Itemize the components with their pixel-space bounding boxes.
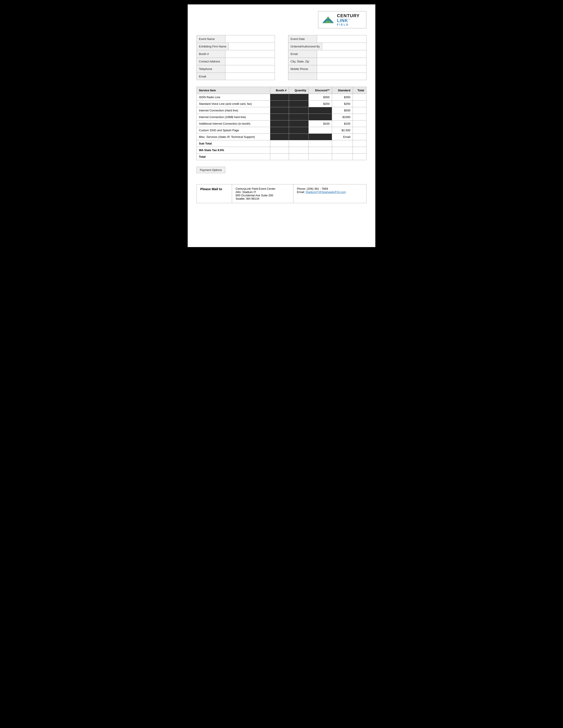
value-authorized-by[interactable] — [322, 43, 366, 50]
label-empty — [289, 73, 317, 80]
mail-email-link[interactable]: StadiumIT@SeahawksFGI.com — [306, 190, 346, 194]
logo-text: CENTURY LINK™ FIELD — [337, 13, 360, 26]
value-contact-address[interactable] — [225, 58, 274, 65]
form-row-city-state-zip: City, State, Zip — [288, 58, 367, 65]
cell-discount — [309, 134, 332, 140]
cell-qty[interactable] — [289, 101, 309, 107]
cell-item: Internet Connection (Hard line) — [197, 107, 270, 114]
cell-booth[interactable] — [270, 107, 289, 114]
mail-table: Please Mail to CenturyLink Field Event C… — [196, 184, 367, 203]
value-booth[interactable] — [225, 50, 274, 58]
label-event-name: Event Name — [197, 35, 225, 43]
cell-qty[interactable] — [289, 120, 309, 127]
cell-standard: $2,500 — [332, 127, 353, 134]
cell-total[interactable] — [353, 134, 366, 140]
cell-item: Additional Internet Connection (in booth… — [197, 120, 270, 127]
payment-options-label: Payment Options — [196, 167, 225, 173]
cell-booth[interactable] — [270, 134, 289, 140]
value-email-left[interactable] — [225, 73, 274, 80]
cell-total-qty[interactable] — [289, 154, 309, 160]
cell-qty[interactable] — [289, 114, 309, 120]
cell-tax-booth[interactable] — [270, 147, 289, 154]
cell-tax-standard — [332, 147, 353, 154]
cell-total-total[interactable] — [353, 154, 366, 160]
mail-address-line4: Seattle, WA 98134 — [235, 197, 290, 200]
value-mobile-phone[interactable] — [317, 65, 366, 73]
value-event-date[interactable] — [317, 35, 366, 43]
value-firm-name[interactable] — [229, 43, 274, 50]
form-row-event-date: Event Date — [288, 35, 367, 43]
cell-subtotal-total[interactable] — [353, 140, 366, 147]
label-booth: Booth # — [197, 50, 225, 58]
cell-total[interactable] — [353, 101, 366, 107]
label-authorized-by: Ordered/Authorized By — [289, 43, 322, 50]
mail-address-line3: 800 Occidental Ave Suite 200 — [235, 194, 290, 197]
form-row-email-left: Email — [196, 73, 275, 80]
cell-tax-qty[interactable] — [289, 147, 309, 154]
cell-total[interactable] — [353, 107, 366, 114]
cell-tax-total[interactable] — [353, 147, 366, 154]
form-left-col: Event Name Exhibiting Firm Name Booth # … — [196, 35, 275, 80]
cell-subtotal-discount — [309, 140, 332, 147]
form-row-booth: Booth # — [196, 50, 275, 58]
mail-email-label-text: Email: — [297, 190, 306, 194]
mail-address-cell: CenturyLink Field Event Center Attn: Sta… — [232, 184, 294, 203]
col-header-total: Total — [353, 87, 366, 94]
cell-qty[interactable] — [289, 107, 309, 114]
logo-field: FIELD — [337, 23, 360, 26]
cell-qty[interactable] — [289, 134, 309, 140]
col-header-standard: Standard — [332, 87, 353, 94]
cell-standard: Email — [332, 134, 353, 140]
cell-total[interactable] — [353, 114, 366, 120]
table-row: ISDN Radio Line $300 $350 — [197, 94, 367, 101]
form-row-authorized-by: Ordered/Authorized By — [288, 43, 367, 50]
service-table: Service Item Booth # Quantity Discount**… — [196, 87, 367, 160]
label-email-left: Email — [197, 73, 225, 80]
mail-contact-cell: Phone: (206) 381 - 7669 Email: StadiumIT… — [293, 184, 366, 203]
cell-booth[interactable] — [270, 114, 289, 120]
table-row: Custom SSID and Splash Page $2,500 — [197, 127, 367, 134]
cell-subtotal-qty[interactable] — [289, 140, 309, 147]
label-contact-address: Contact Address — [197, 58, 225, 65]
form-row-event-name: Event Name — [196, 35, 275, 43]
cell-booth[interactable] — [270, 127, 289, 134]
form-row-mobile-phone: Mobile Phone — [288, 65, 367, 73]
mail-section: Please Mail to CenturyLink Field Event C… — [196, 184, 367, 203]
cell-total[interactable] — [353, 127, 366, 134]
header: CENTURY LINK™ FIELD — [196, 11, 367, 28]
cell-total[interactable] — [353, 94, 366, 101]
tax-row: WA State Tax 9.5% — [197, 147, 367, 154]
cell-booth[interactable] — [270, 120, 289, 127]
cell-booth[interactable] — [270, 94, 289, 101]
mail-address-line2: Attn: Stadium IT — [235, 190, 290, 194]
cell-standard: $150 — [332, 120, 353, 127]
page: CENTURY LINK™ FIELD Event Name Exhibitin… — [188, 4, 375, 247]
table-header-row: Service Item Booth # Quantity Discount**… — [197, 87, 367, 94]
cell-subtotal-label: Sub Total — [197, 140, 270, 147]
cell-qty[interactable] — [289, 94, 309, 101]
cell-item: ISDN Radio Line — [197, 94, 270, 101]
mail-email-line: Email: StadiumIT@SeahawksFGI.com — [297, 190, 363, 194]
form-row-email-right: Email — [288, 50, 367, 58]
value-email-right[interactable] — [317, 50, 366, 58]
cell-total-booth[interactable] — [270, 154, 289, 160]
cell-standard: $500 — [332, 107, 353, 114]
cell-subtotal-booth[interactable] — [270, 140, 289, 147]
cell-item: Internet Connection (10MB hard line) — [197, 114, 270, 120]
logo-box: CENTURY LINK™ FIELD — [318, 11, 367, 28]
label-event-date: Event Date — [289, 35, 317, 43]
value-event-name[interactable] — [225, 35, 274, 43]
value-telephone[interactable] — [225, 65, 274, 73]
mail-address-line1: CenturyLink Field Event Center — [235, 187, 290, 190]
value-city-state-zip[interactable] — [317, 58, 366, 65]
form-row-empty — [288, 73, 367, 80]
label-mobile-phone: Mobile Phone — [289, 65, 317, 73]
label-telephone: Telephone — [197, 65, 225, 73]
cell-subtotal-standard — [332, 140, 353, 147]
cell-total[interactable] — [353, 120, 366, 127]
form-right-col: Event Date Ordered/Authorized By Email C… — [288, 35, 367, 80]
cell-qty[interactable] — [289, 127, 309, 134]
cell-standard: $250 — [332, 101, 353, 107]
cell-booth[interactable] — [270, 101, 289, 107]
logo-link: LINK™ — [337, 18, 360, 23]
